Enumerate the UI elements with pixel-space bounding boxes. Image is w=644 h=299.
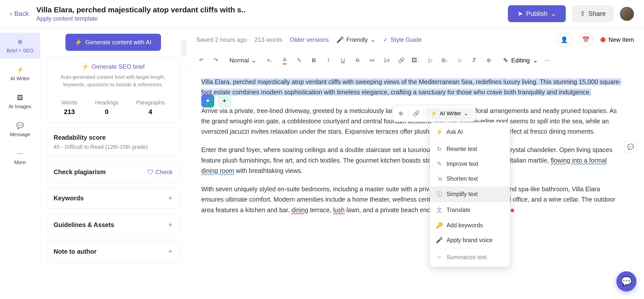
bullet-list-icon: •≡ — [370, 57, 375, 64]
bold-button[interactable]: B — [309, 55, 319, 65]
guidelines-title: Guidelines & Assets — [54, 221, 114, 229]
collapse-panel-button[interactable]: ‹ — [181, 40, 186, 55]
issue-dot-icon[interactable] — [511, 209, 514, 212]
chevron-down-icon: ⌄ — [533, 57, 538, 64]
redo-button[interactable]: ↷ — [211, 55, 221, 65]
calendar-icon: 📅 — [582, 36, 590, 43]
separator — [430, 140, 510, 141]
spell-flag[interactable]: lush — [333, 206, 345, 213]
link-button[interactable]: 🔗 — [396, 55, 406, 65]
keywords-card[interactable]: Keywords + — [46, 188, 180, 209]
menu-add-keywords[interactable]: 🔑 Add keywords — [430, 218, 510, 233]
editing-mode-select[interactable]: ✎ Editing ⌄ — [503, 57, 538, 64]
chevron-down-icon: ⌄ — [464, 110, 468, 117]
link-button[interactable]: 🔗 — [410, 107, 422, 120]
align-icon: ≡ — [267, 57, 270, 64]
generate-seo-brief-link[interactable]: ⚡ Generate SEO brief — [53, 63, 174, 70]
generate-content-button[interactable]: ⚡ Generate content with AI — [65, 34, 161, 51]
older-versions-link[interactable]: Older versions — [290, 36, 329, 43]
more-toolbar-button[interactable]: ⋯ — [542, 55, 552, 65]
back-link[interactable]: ‹ Back — [10, 10, 29, 18]
underline-button[interactable]: U — [338, 55, 348, 65]
stat-headings: Headings 0 — [95, 99, 118, 116]
video-button[interactable]: ▷ — [425, 55, 435, 65]
paragraph[interactable]: With seven uniquely styled en-suite bedr… — [201, 184, 624, 215]
document-body[interactable]: Villa Elara, perched majestically atop v… — [186, 69, 644, 231]
block-format-select[interactable]: Normal ⌄ — [225, 55, 260, 66]
italic-button[interactable]: I — [323, 55, 333, 65]
plus-icon: + — [168, 247, 173, 256]
seo-description: Auto-generated content brief with target… — [53, 73, 174, 88]
strike-button[interactable]: S — [352, 55, 363, 65]
menu-translate[interactable]: 文 Translate — [430, 202, 510, 218]
table-button[interactable]: ⊞⌄ — [440, 55, 450, 65]
apply-template-link[interactable]: Apply content template — [36, 15, 508, 22]
tone-selector[interactable]: 🎤 Friendly ⌄ — [336, 36, 375, 43]
style-guide-link[interactable]: ✓ Style Guide — [383, 36, 422, 43]
rail-more[interactable]: ⋯ More — [0, 144, 40, 170]
ai-suggest-button[interactable]: ✦ — [218, 94, 231, 107]
separator — [430, 249, 510, 249]
paragraph[interactable]: Villa Elara, perched majestically atop v… — [201, 77, 624, 98]
menu-simplify[interactable]: ⓘ Simplify text — [430, 186, 510, 202]
plus-icon: + — [168, 194, 173, 202]
rail-ai-writer[interactable]: ⚡ AI Writer — [0, 61, 40, 87]
saved-status: Saved 2 hours ago — [196, 36, 247, 43]
separator — [424, 109, 424, 118]
menu-rewrite[interactable]: ↻ Rewrite text — [430, 142, 510, 157]
bullet-list-button[interactable]: •≡ — [367, 55, 377, 65]
paragraph[interactable]: Enter the grand foyer, where soaring cei… — [201, 145, 624, 176]
separator — [408, 109, 409, 118]
emoji-button[interactable]: ☺ — [455, 55, 465, 65]
menu-brand-voice[interactable]: 🎤 Apply brand voice — [430, 233, 510, 248]
collapse-icon: ⇲ — [436, 175, 442, 182]
menu-label: Translate — [447, 207, 470, 213]
undo-button[interactable]: ↶ — [196, 55, 206, 65]
highlight-button[interactable]: ✎ — [294, 55, 304, 65]
menu-label: Add keywords — [447, 222, 483, 229]
spell-flag[interactable]: dining — [292, 206, 308, 213]
more-icon: ⋯ — [16, 150, 24, 158]
add-comment-button[interactable]: 💬 — [624, 141, 636, 153]
rail-message[interactable]: 💬 Message — [0, 117, 40, 142]
check-plagiarism-link[interactable]: 🛡 Check — [147, 169, 173, 176]
link-icon: 🔗 — [398, 57, 405, 64]
share-button[interactable]: ⇪ Share — [572, 5, 614, 22]
text-run: terrace, — [308, 206, 333, 213]
link-icon: 🔗 — [413, 110, 420, 117]
ai-magic-button[interactable]: ✦ — [201, 94, 214, 107]
clear-format-button[interactable]: T̸ — [469, 55, 479, 65]
stat-label: Paragraphs — [136, 99, 165, 106]
gen-content-label: Generate content with AI — [85, 39, 151, 46]
bold-icon: B — [312, 57, 316, 64]
align-button[interactable]: ≡⌄ — [265, 55, 275, 65]
image-button[interactable]: 🖼⌄ — [411, 55, 421, 65]
stat-label: Words — [61, 99, 77, 106]
note-card[interactable]: Note to author + — [46, 241, 180, 262]
number-list-button[interactable]: 1≡ — [382, 55, 392, 65]
emoji-icon: ☺ — [457, 57, 462, 64]
add-user-button[interactable]: 👤 — [557, 33, 571, 47]
add-date-button[interactable]: 📅 — [579, 33, 593, 47]
keywords-title: Keywords — [54, 195, 84, 202]
insert-button[interactable]: ⊕ — [484, 55, 494, 65]
plagiarism-card: Check plagiarism 🛡 Check — [46, 162, 180, 182]
publish-button[interactable]: ➤ Publish ⌄ — [508, 5, 566, 22]
rail-ai-images[interactable]: 🖼 AI Images — [0, 89, 40, 115]
guidelines-card[interactable]: Guidelines & Assets + — [46, 214, 180, 235]
menu-improve[interactable]: ✎ Improve text — [430, 157, 510, 171]
chat-fab[interactable]: 💬 — [616, 271, 636, 291]
menu-summarize[interactable]: ≡ Summarize text — [430, 250, 510, 265]
menu-ask-ai[interactable]: ⚡ Ask AI — [430, 125, 510, 139]
more-icon: ⋯ — [545, 57, 550, 64]
menu-shorten[interactable]: ⇲ Shorten text — [430, 171, 510, 186]
ai-writer-dropdown[interactable]: ⚡ AI Writer ⌄ — [425, 108, 473, 119]
rail-brief-seo[interactable]: ⊕ Brief + SEO — [0, 33, 40, 59]
user-avatar[interactable] — [620, 7, 634, 21]
format-label: Normal — [229, 57, 249, 64]
stat-label: Headings — [95, 99, 118, 106]
insert-block-button[interactable]: ⊕ — [395, 107, 407, 120]
undo-icon: ↶ — [199, 57, 204, 64]
text-color-button[interactable]: A — [279, 55, 290, 65]
chevron-left-icon: ‹ — [10, 10, 12, 18]
